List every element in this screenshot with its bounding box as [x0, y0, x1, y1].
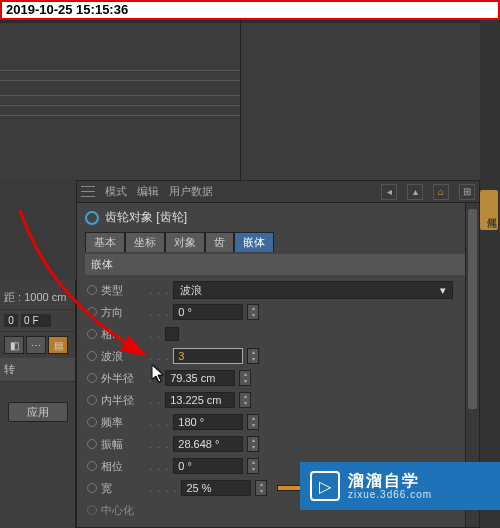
- tabs: 基本 坐标 对象 齿 嵌体: [85, 232, 471, 252]
- amp-input[interactable]: 28.648 °: [173, 436, 243, 452]
- timeline-icons: ◧ ⋯ ▤: [0, 332, 75, 358]
- play-icon: ▷: [310, 471, 340, 501]
- chevron-down-icon: ▾: [440, 284, 446, 297]
- dir-spinner[interactable]: ▴▾: [247, 304, 259, 320]
- anim-dot[interactable]: [87, 505, 97, 515]
- object-title: 齿轮对象 [齿轮]: [105, 209, 187, 226]
- timestamp-text: 2019-10-25 15:15:36: [6, 2, 128, 17]
- apply-button[interactable]: 应用: [8, 402, 68, 422]
- anim-dot[interactable]: [87, 329, 97, 339]
- timeline-icon-1[interactable]: ◧: [4, 336, 24, 354]
- viewport-divider: [240, 20, 241, 180]
- tab-basic[interactable]: 基本: [85, 232, 125, 252]
- section-label: 转: [4, 363, 15, 375]
- timeline-icon-film[interactable]: ▤: [48, 336, 68, 354]
- left-panel: 距 : 1000 cm 0 0 F ◧ ⋯ ▤ 转 应用: [0, 280, 76, 528]
- menu-userdata[interactable]: 用户数据: [169, 184, 213, 199]
- param-outer-radius: 外半径 . . 79.35 cm ▴▾: [85, 367, 471, 389]
- menu-edit[interactable]: 编辑: [137, 184, 159, 199]
- anim-dot[interactable]: [87, 373, 97, 383]
- freq-spinner[interactable]: ▴▾: [247, 414, 259, 430]
- rel-checkbox[interactable]: [165, 327, 179, 341]
- side-dock: 属性: [480, 20, 500, 528]
- param-amp-label: 振幅: [101, 437, 145, 452]
- object-title-row: 齿轮对象 [齿轮]: [85, 209, 471, 226]
- watermark: ▷ 溜溜自学 zixue.3d66.com: [300, 462, 500, 510]
- timeline-icon-dots[interactable]: ⋯: [26, 336, 46, 354]
- amp-spinner[interactable]: ▴▾: [247, 436, 259, 452]
- anim-dot[interactable]: [87, 395, 97, 405]
- param-outr-label: 外半径: [101, 371, 145, 386]
- section-row: 转: [0, 358, 75, 382]
- param-inr-label: 内半径: [101, 393, 145, 408]
- anim-dot[interactable]: [87, 307, 97, 317]
- inr-spinner[interactable]: ▴▾: [239, 392, 251, 408]
- param-center-label: 中心化: [101, 503, 145, 518]
- param-type: 类型 . . . 波浪 ▾: [85, 279, 471, 301]
- attribute-menubar: 模式 编辑 用户数据 ◂ ▴ ⌂ ⊞: [77, 181, 479, 203]
- tab-coord[interactable]: 坐标: [125, 232, 165, 252]
- freq-input[interactable]: 180 °: [173, 414, 243, 430]
- param-relative: 相... . .: [85, 323, 471, 345]
- param-wave-label: 波浪: [101, 349, 145, 364]
- nav-home-icon[interactable]: ⌂: [433, 184, 449, 200]
- frame-row: 0 0 F: [0, 310, 75, 332]
- width-spinner[interactable]: ▴▾: [255, 480, 267, 496]
- anim-dot[interactable]: [87, 417, 97, 427]
- inr-input[interactable]: 13.225 cm: [165, 392, 235, 408]
- watermark-title: 溜溜自学: [348, 472, 432, 490]
- phase-input[interactable]: 0 °: [173, 458, 243, 474]
- dir-input[interactable]: 0 °: [173, 304, 243, 320]
- nav-back-icon[interactable]: ◂: [381, 184, 397, 200]
- param-amplitude: 振幅 . . . 28.648 ° ▴▾: [85, 433, 471, 455]
- wave-spinner[interactable]: ▴▾: [247, 348, 259, 364]
- menu-mode[interactable]: 模式: [105, 184, 127, 199]
- distance-row: 距 : 1000 cm: [0, 286, 75, 310]
- frame-value[interactable]: 0: [4, 314, 18, 327]
- viewport[interactable]: [0, 20, 480, 180]
- distance-label: 距 : 1000 cm: [4, 291, 66, 303]
- gear-object-icon: [85, 211, 99, 225]
- wave-input[interactable]: 3: [173, 348, 243, 364]
- outr-input[interactable]: 79.35 cm: [165, 370, 235, 386]
- anim-dot[interactable]: [87, 285, 97, 295]
- side-tab-attributes[interactable]: 属性: [480, 190, 498, 230]
- type-value: 波浪: [180, 283, 202, 298]
- anim-dot[interactable]: [87, 351, 97, 361]
- param-rel-label: 相...: [101, 327, 145, 342]
- phase-spinner[interactable]: ▴▾: [247, 458, 259, 474]
- nav-up-icon[interactable]: ▴: [407, 184, 423, 200]
- tab-teeth[interactable]: 齿: [205, 232, 234, 252]
- nav-menu-icon[interactable]: ⊞: [459, 184, 475, 200]
- param-dir-label: 方向: [101, 305, 145, 320]
- type-combo[interactable]: 波浪 ▾: [173, 281, 453, 299]
- section-title: 嵌体: [85, 254, 471, 275]
- tab-object[interactable]: 对象: [165, 232, 205, 252]
- frame-unit[interactable]: 0 F: [21, 314, 51, 327]
- tab-inlay[interactable]: 嵌体: [234, 232, 274, 252]
- hamburger-icon[interactable]: [81, 185, 95, 199]
- param-direction: 方向 . . . 0 ° ▴▾: [85, 301, 471, 323]
- timestamp-bar: 2019-10-25 15:15:36: [0, 0, 500, 20]
- param-phase-label: 相位: [101, 459, 145, 474]
- width-input[interactable]: 25 %: [181, 480, 251, 496]
- param-type-label: 类型: [101, 283, 145, 298]
- param-inner-radius: 内半径 . . 13.225 cm ▴▾: [85, 389, 471, 411]
- param-wave: 波浪 . . . 3 ▴▾: [85, 345, 471, 367]
- param-freq-label: 频率: [101, 415, 145, 430]
- anim-dot[interactable]: [87, 439, 97, 449]
- outr-spinner[interactable]: ▴▾: [239, 370, 251, 386]
- scrollbar-thumb[interactable]: [468, 209, 477, 409]
- param-width-label: 宽: [101, 481, 145, 496]
- param-frequency: 频率 . . . 180 ° ▴▾: [85, 411, 471, 433]
- anim-dot[interactable]: [87, 483, 97, 493]
- anim-dot[interactable]: [87, 461, 97, 471]
- watermark-url: zixue.3d66.com: [348, 489, 432, 500]
